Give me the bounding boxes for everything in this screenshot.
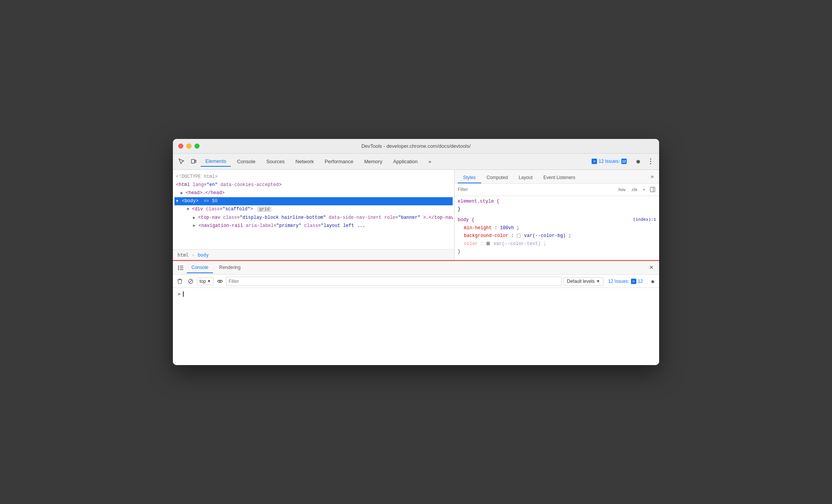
title-bar: DevTools - developer.chrome.com/docs/dev… bbox=[173, 139, 659, 154]
dom-top-nav[interactable]: ▶ <top-nav class="display-block hairline… bbox=[174, 214, 453, 222]
console-issues-count-label: 12 Issues: bbox=[608, 279, 629, 284]
breadcrumb-body[interactable]: body bbox=[196, 252, 210, 259]
styles-tabs: Styles Computed Layout Event Listeners » bbox=[455, 170, 659, 184]
dom-doctype[interactable]: <!DOCTYPE html> bbox=[174, 173, 453, 181]
dom-head[interactable]: ▶ <head>…</head> bbox=[174, 189, 453, 197]
console-drawer: Console Rendering × bbox=[173, 260, 659, 365]
devtools-window: DevTools - developer.chrome.com/docs/dev… bbox=[173, 139, 659, 365]
console-drawer-header: Console Rendering × bbox=[173, 261, 659, 275]
element-style-rule: element.style { } bbox=[458, 198, 656, 213]
svg-point-9 bbox=[178, 269, 179, 270]
style-prop-color[interactable]: color : var(--color-text) ; bbox=[458, 240, 656, 248]
element-style-close: } bbox=[458, 205, 656, 213]
dom-nav-rail[interactable]: ▶ <navigation-rail aria-label="primary" … bbox=[174, 222, 453, 230]
console-issues-count-icon: ≡ bbox=[631, 279, 636, 284]
execution-context-dropdown[interactable]: top ▼ bbox=[197, 277, 214, 285]
tab-memory[interactable]: Memory bbox=[360, 156, 387, 167]
console-issues-num: 12 bbox=[638, 279, 643, 284]
issues-icon: ≡ bbox=[592, 159, 597, 164]
devtools-main: <!DOCTYPE html> <html lang="en" data-coo… bbox=[173, 170, 659, 260]
svg-point-2 bbox=[650, 159, 651, 160]
breadcrumb-bar: html › body bbox=[173, 249, 454, 260]
style-prop-min-height[interactable]: min-height : 100vh ; bbox=[458, 224, 656, 232]
device-toolbar-icon[interactable] bbox=[188, 156, 199, 167]
style-source[interactable]: (index):1 bbox=[633, 216, 656, 223]
live-expressions-button[interactable] bbox=[215, 277, 225, 286]
dom-body[interactable]: ▼ <body> == $0 bbox=[174, 197, 453, 205]
styles-filter-actions: :hov .cls + bbox=[616, 186, 656, 193]
tab-performance[interactable]: Performance bbox=[320, 156, 358, 167]
settings-button[interactable] bbox=[632, 156, 643, 167]
styles-content[interactable]: element.style { } (index):1 body { min-h… bbox=[455, 196, 659, 260]
drawer-menu-button[interactable] bbox=[176, 263, 185, 272]
block-icon[interactable] bbox=[186, 277, 195, 286]
dom-tree[interactable]: <!DOCTYPE html> <html lang="en" data-coo… bbox=[173, 170, 454, 250]
svg-rect-1 bbox=[195, 160, 196, 162]
default-levels-button[interactable]: Default levels ▼ bbox=[563, 277, 604, 286]
more-options-button[interactable] bbox=[645, 156, 656, 167]
styles-tabs-more[interactable]: » bbox=[648, 172, 656, 181]
window-title: DevTools - developer.chrome.com/docs/dev… bbox=[361, 143, 470, 149]
console-toolbar: top ▼ Default levels ▼ 12 Issues: ≡ bbox=[173, 275, 659, 288]
console-prompt-line[interactable]: > bbox=[178, 291, 654, 297]
tab-console[interactable]: Console bbox=[232, 156, 260, 167]
svg-rect-5 bbox=[650, 187, 655, 192]
tab-layout[interactable]: Layout bbox=[513, 173, 538, 183]
clear-console-button[interactable] bbox=[175, 277, 184, 286]
tab-elements[interactable]: Elements bbox=[201, 156, 231, 167]
tab-computed[interactable]: Computed bbox=[481, 173, 513, 183]
inspector-icon[interactable] bbox=[176, 156, 187, 167]
issues-count-badge: 12 bbox=[621, 159, 627, 164]
drawer-tab-console[interactable]: Console bbox=[187, 262, 213, 273]
elements-panel: <!DOCTYPE html> <html lang="en" data-coo… bbox=[173, 170, 455, 260]
console-filter-input[interactable] bbox=[226, 277, 562, 286]
close-button[interactable] bbox=[178, 144, 183, 149]
style-prop-bg-color[interactable]: background-color : var(--color-bg) ; bbox=[458, 232, 656, 240]
dom-html[interactable]: <html lang="en" data-cookies-accepted> bbox=[174, 181, 453, 189]
tab-styles[interactable]: Styles bbox=[458, 173, 481, 183]
console-arrow: > bbox=[178, 291, 181, 297]
maximize-button[interactable] bbox=[194, 144, 200, 149]
issues-count-label: 12 Issues: bbox=[599, 159, 620, 164]
minimize-button[interactable] bbox=[186, 144, 191, 149]
tab-network[interactable]: Network bbox=[291, 156, 319, 167]
breadcrumb-html[interactable]: html bbox=[176, 252, 190, 259]
svg-point-18 bbox=[219, 281, 221, 282]
drawer-tab-rendering[interactable]: Rendering bbox=[215, 262, 245, 273]
styles-filter-input[interactable] bbox=[458, 187, 613, 192]
console-issues-badge[interactable]: 12 Issues: ≡ 12 bbox=[605, 278, 646, 285]
tab-more[interactable]: » bbox=[424, 156, 436, 167]
styles-filter-bar: :hov .cls + bbox=[455, 184, 659, 196]
dom-div-scaffold[interactable]: ▼ <div class="scaffold"> grid bbox=[174, 205, 453, 213]
svg-point-8 bbox=[178, 267, 179, 268]
add-style-rule-button[interactable]: + bbox=[641, 186, 647, 193]
body-style-rule: (index):1 body { min-height : 100vh ; ba… bbox=[458, 216, 656, 255]
bg-color-swatch[interactable] bbox=[517, 234, 521, 238]
color-swatch[interactable] bbox=[486, 242, 490, 245]
issues-badge[interactable]: ≡ 12 Issues: 12 bbox=[588, 158, 630, 165]
body-rule-close: } bbox=[458, 248, 656, 255]
hov-button[interactable]: :hov bbox=[616, 186, 627, 193]
cls-button[interactable]: .cls bbox=[629, 186, 639, 193]
tab-sources[interactable]: Sources bbox=[262, 156, 289, 167]
console-content[interactable]: > bbox=[173, 288, 659, 365]
svg-point-7 bbox=[178, 266, 179, 267]
drawer-close-button[interactable]: × bbox=[647, 263, 656, 272]
console-cursor bbox=[183, 291, 184, 297]
styles-panel: Styles Computed Layout Event Listeners »… bbox=[455, 170, 659, 260]
svg-line-17 bbox=[189, 280, 192, 283]
tab-event-listeners[interactable]: Event Listeners bbox=[538, 173, 581, 183]
console-settings-button[interactable] bbox=[648, 277, 657, 286]
svg-rect-0 bbox=[191, 159, 194, 163]
traffic-lights bbox=[178, 144, 200, 149]
tab-application[interactable]: Application bbox=[389, 156, 423, 167]
svg-point-3 bbox=[650, 161, 651, 162]
devtools-toolbar: Elements Console Sources Network Perform… bbox=[173, 154, 659, 170]
svg-point-4 bbox=[650, 163, 651, 164]
toggle-sidebar-button[interactable] bbox=[649, 186, 656, 193]
toolbar-right: ≡ 12 Issues: 12 bbox=[588, 156, 656, 167]
